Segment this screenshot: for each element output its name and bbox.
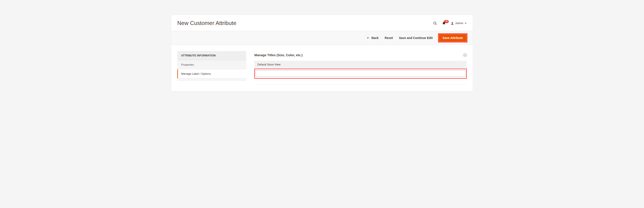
reset-label: Reset bbox=[385, 36, 393, 40]
admin-account-menu[interactable]: Admin bbox=[450, 22, 467, 25]
page-title: New Customer Attribute bbox=[177, 20, 236, 26]
column-header-default-store-view: Default Store View bbox=[254, 61, 467, 68]
save-continue-label: Save and Continue Edit bbox=[399, 36, 432, 40]
user-icon bbox=[450, 22, 454, 25]
admin-label: Admin bbox=[455, 22, 463, 25]
save-attribute-button[interactable]: Save Attribute bbox=[439, 34, 467, 42]
content-row: ATTRIBUTE INFORMATION Properties Manage … bbox=[171, 51, 473, 85]
reset-button[interactable]: Reset bbox=[385, 36, 393, 40]
chevron-up-icon bbox=[464, 54, 466, 56]
svg-line-1 bbox=[436, 24, 436, 24]
header-tools: 39 Admin bbox=[433, 21, 467, 26]
notifications-icon[interactable]: 39 bbox=[442, 21, 446, 25]
search-icon[interactable] bbox=[433, 21, 437, 26]
svg-point-2 bbox=[452, 22, 453, 23]
notification-badge: 39 bbox=[444, 20, 449, 23]
sidebar-item-manage-label-options[interactable]: Manage Label / Options bbox=[177, 69, 246, 78]
section-divider bbox=[254, 84, 467, 85]
sidebar-item-properties[interactable]: Properties bbox=[177, 60, 246, 69]
default-store-view-input[interactable] bbox=[256, 70, 466, 77]
section-title: Manage Titles (Size, Color, etc.) bbox=[254, 53, 302, 57]
back-label: Back bbox=[372, 36, 379, 40]
svg-point-0 bbox=[434, 22, 436, 24]
collapse-toggle[interactable] bbox=[463, 54, 467, 57]
sidebar-heading: ATTRIBUTE INFORMATION bbox=[177, 51, 246, 60]
back-button[interactable]: Back bbox=[367, 36, 379, 40]
page-card: New Customer Attribute 39 Admin bbox=[171, 15, 473, 91]
sidebar-item-label: Manage Label / Options bbox=[181, 72, 211, 75]
sidebar: ATTRIBUTE INFORMATION Properties Manage … bbox=[177, 51, 246, 85]
sidebar-spacer bbox=[177, 78, 246, 81]
chevron-down-icon bbox=[464, 22, 467, 24]
arrow-left-icon bbox=[367, 36, 370, 40]
save-attribute-label: Save Attribute bbox=[442, 36, 463, 40]
save-continue-button[interactable]: Save and Continue Edit bbox=[399, 36, 432, 40]
action-bar: Back Reset Save and Continue Edit Save A… bbox=[171, 31, 473, 45]
section-header: Manage Titles (Size, Color, etc.) bbox=[254, 51, 467, 61]
title-input-row bbox=[254, 69, 467, 78]
page-header: New Customer Attribute 39 Admin bbox=[171, 15, 473, 31]
main-panel: Manage Titles (Size, Color, etc.) Defaul… bbox=[254, 51, 467, 85]
sidebar-item-label: Properties bbox=[181, 63, 194, 66]
